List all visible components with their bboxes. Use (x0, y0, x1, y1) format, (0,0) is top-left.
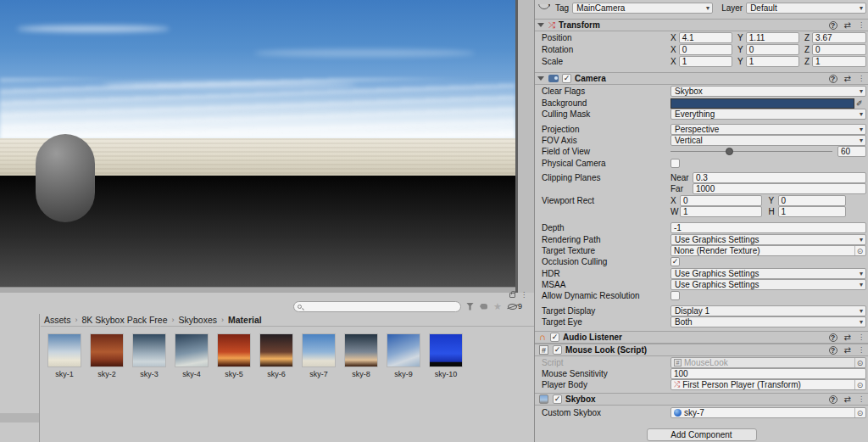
search-input[interactable] (293, 301, 461, 312)
skybox-thumbnail[interactable] (217, 333, 251, 367)
skybox-thumbnail[interactable] (344, 333, 378, 367)
component-menu-icon[interactable]: ⋮ (858, 335, 865, 340)
object-picker-icon[interactable]: ⊙ (854, 408, 865, 417)
physical-camera-checkbox[interactable] (670, 159, 680, 168)
target-display-dropdown[interactable]: Display 1 (670, 305, 866, 316)
msaa-dropdown[interactable]: Use Graphics Settings (670, 279, 866, 290)
viewport-w-field[interactable]: 1 (680, 206, 762, 217)
layer-dropdown[interactable]: Default (746, 3, 866, 14)
help-icon[interactable]: ? (829, 395, 837, 404)
position-y-field[interactable]: 1.11 (746, 32, 799, 43)
object-picker-icon[interactable]: ⊙ (854, 380, 865, 389)
add-component-button[interactable]: Add Component (647, 428, 757, 441)
eyedropper-icon[interactable]: ✐ (856, 99, 866, 108)
asset-item[interactable]: sky-3 (132, 333, 166, 386)
skybox-thumbnail[interactable] (429, 333, 463, 367)
mouse-look-enabled-checkbox[interactable] (553, 345, 562, 355)
asset-item[interactable]: sky-5 (217, 333, 251, 386)
help-icon[interactable]: ? (829, 21, 837, 30)
asset-item[interactable]: sky-10 (429, 333, 463, 386)
asset-item[interactable]: sky-6 (259, 333, 293, 386)
breadcrumb-pack[interactable]: 8K Skybox Pack Free (82, 315, 168, 325)
gameobject-icon[interactable] (538, 4, 550, 12)
transform-header[interactable]: ⤮ Transform ? ⇄ ⋮ (535, 19, 868, 31)
folder-tree[interactable] (0, 314, 40, 442)
projection-dropdown[interactable]: Perspective (670, 124, 866, 135)
scale-z-field[interactable]: 1 (812, 56, 866, 67)
viewport-y-field[interactable]: 0 (778, 195, 847, 206)
preset-icon[interactable]: ⇄ (844, 74, 851, 83)
breadcrumb-material[interactable]: Material (228, 315, 262, 325)
skybox-thumbnail[interactable] (302, 333, 336, 367)
position-z-field[interactable]: 3.67 (812, 32, 866, 43)
help-icon[interactable]: ? (829, 333, 837, 342)
target-texture-field[interactable]: None (Render Texture)⊙ (670, 245, 866, 256)
skybox-thumbnail[interactable] (387, 333, 420, 367)
scale-x-field[interactable]: 1 (679, 56, 732, 67)
preset-icon[interactable]: ⇄ (844, 345, 851, 355)
target-eye-dropdown[interactable]: Both (670, 316, 866, 327)
skybox-thumbnail[interactable] (132, 333, 166, 367)
lock-icon[interactable] (509, 293, 515, 298)
breadcrumb-assets[interactable]: Assets (44, 315, 71, 325)
hdr-dropdown[interactable]: Use Graphics Settings (670, 268, 866, 279)
game-view[interactable] (0, 0, 515, 293)
camera-header[interactable]: Camera ? ⇄ ⋮ (535, 72, 868, 85)
background-color-swatch[interactable] (670, 98, 854, 109)
tag-dropdown[interactable]: MainCamera (572, 3, 713, 14)
skybox-thumbnail[interactable] (259, 333, 293, 367)
search-by-label-icon[interactable] (480, 304, 487, 310)
fov-slider[interactable] (670, 151, 832, 152)
skybox-thumbnail[interactable] (175, 333, 209, 367)
preset-icon[interactable]: ⇄ (844, 394, 851, 404)
folder-tree-row[interactable] (0, 413, 39, 422)
skybox-thumbnail[interactable] (47, 333, 81, 367)
clipping-near-field[interactable]: 0.3 (693, 172, 866, 183)
foldout-icon[interactable] (537, 23, 544, 27)
occlusion-culling-checkbox[interactable] (670, 257, 680, 266)
clear-flags-dropdown[interactable]: Skybox (670, 86, 866, 97)
fov-axis-dropdown[interactable]: Vertical (670, 135, 866, 146)
viewport-x-field[interactable]: 0 (680, 195, 762, 206)
skybox-header[interactable]: Skybox ? ⇄ ⋮ (535, 393, 868, 406)
asset-item[interactable]: sky-9 (387, 333, 420, 386)
help-icon[interactable]: ? (829, 346, 837, 355)
asset-item[interactable]: sky-1 (47, 333, 81, 386)
help-icon[interactable]: ? (829, 75, 837, 83)
rendering-path-dropdown[interactable]: Use Graphics Settings (670, 234, 866, 245)
skybox-enabled-checkbox[interactable] (553, 394, 562, 404)
fov-slider-knob[interactable] (726, 148, 733, 155)
scale-y-field[interactable]: 1 (746, 56, 799, 67)
hidden-packages-toggle[interactable]: 9 (508, 302, 522, 311)
allow-dynamic-resolution-checkbox[interactable] (670, 291, 680, 300)
asset-item[interactable]: sky-4 (175, 333, 209, 386)
component-menu-icon[interactable]: ⋮ (858, 348, 865, 353)
component-menu-icon[interactable]: ⋮ (858, 23, 865, 28)
preset-icon[interactable]: ⇄ (844, 20, 851, 30)
custom-skybox-field[interactable]: sky-7 ⊙ (670, 407, 866, 418)
panel-splitter[interactable] (515, 0, 534, 293)
foldout-icon[interactable] (537, 76, 544, 81)
favorites-icon[interactable]: ★ (493, 302, 502, 311)
rotation-x-field[interactable]: 0 (679, 44, 732, 55)
breadcrumb-skyboxes[interactable]: Skyboxes (178, 315, 217, 325)
asset-item[interactable]: sky-7 (302, 333, 336, 386)
audio-listener-header[interactable]: ∩ Audio Listener ? ⇄ ⋮ (535, 331, 868, 344)
depth-field[interactable]: -1 (670, 222, 866, 233)
audio-listener-enabled-checkbox[interactable] (550, 333, 559, 342)
search-by-type-icon[interactable] (466, 303, 474, 311)
asset-item[interactable]: sky-2 (90, 333, 124, 386)
clipping-far-field[interactable]: 1000 (693, 183, 866, 194)
object-picker-icon[interactable]: ⊙ (854, 246, 865, 255)
asset-item[interactable]: sky-8 (344, 333, 378, 386)
rotation-y-field[interactable]: 0 (746, 44, 799, 55)
skybox-thumbnail[interactable] (90, 333, 124, 367)
rotation-z-field[interactable]: 0 (812, 44, 866, 55)
culling-mask-dropdown[interactable]: Everything (670, 109, 866, 120)
fov-value-field[interactable]: 60 (837, 146, 866, 157)
viewport-h-field[interactable]: 1 (778, 206, 847, 217)
mouse-look-header[interactable]: # Mouse Look (Script) ? ⇄ ⋮ (535, 344, 868, 356)
preset-icon[interactable]: ⇄ (844, 333, 851, 342)
camera-enabled-checkbox[interactable] (562, 74, 571, 83)
component-menu-icon[interactable]: ⋮ (858, 397, 865, 402)
